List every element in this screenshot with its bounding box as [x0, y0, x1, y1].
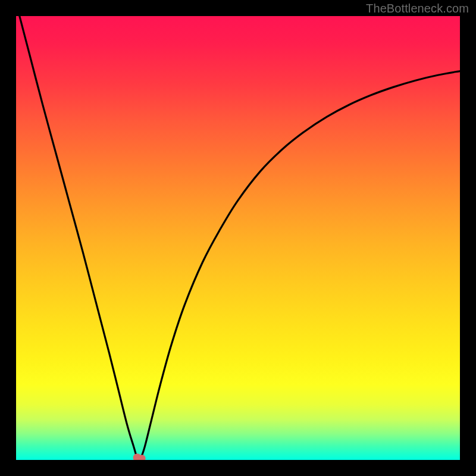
plot-area: [16, 16, 460, 460]
chart-frame: TheBottleneck.com: [0, 0, 476, 476]
curve-layer: [16, 16, 460, 460]
bottleneck-curve: [16, 16, 460, 460]
watermark-text: TheBottleneck.com: [366, 2, 469, 15]
